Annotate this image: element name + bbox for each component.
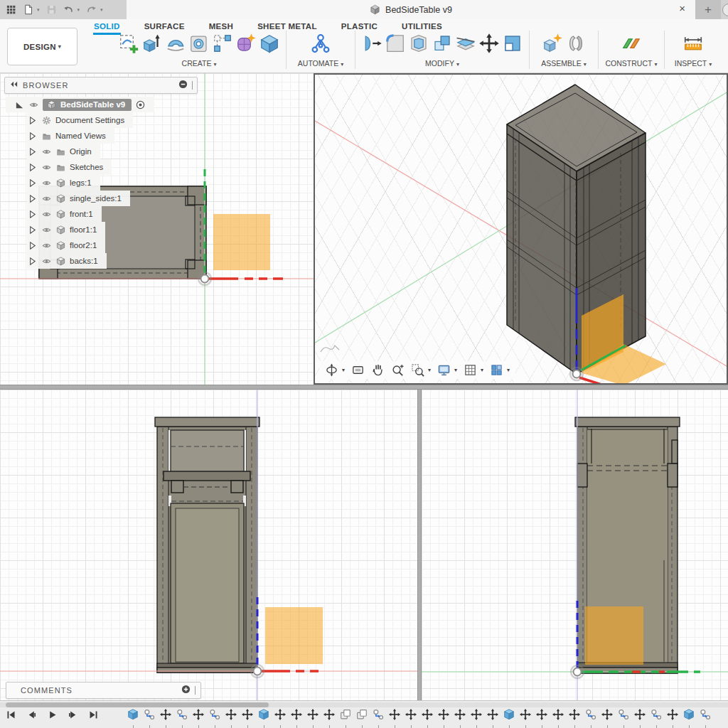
- ribbon-group-label-automate[interactable]: AUTOMATE: [298, 59, 343, 68]
- timeline-feature-move-8[interactable]: [241, 708, 254, 728]
- timeline-feature-move-17[interactable]: [388, 708, 401, 728]
- extrude-icon[interactable]: [141, 33, 163, 54]
- revolve-icon[interactable]: [165, 33, 186, 54]
- timeline-feature-move-26[interactable]: [535, 708, 548, 728]
- create-sketch-icon[interactable]: [118, 33, 139, 54]
- timeline-feature-move-27[interactable]: [552, 708, 564, 728]
- gear-icon[interactable]: [41, 116, 52, 125]
- component-icon[interactable]: [55, 225, 66, 235]
- fillet-icon[interactable]: [385, 33, 406, 54]
- playback-play-icon[interactable]: [47, 710, 58, 723]
- playback-skip-end-icon[interactable]: [88, 710, 99, 723]
- primitive-box-icon[interactable]: [259, 33, 280, 54]
- file-menu-caret-icon[interactable]: ▾: [37, 7, 40, 13]
- origin-marker[interactable]: [198, 272, 211, 285]
- collapse-panel-icon[interactable]: [9, 79, 18, 92]
- timeline-feature-component-24[interactable]: [503, 708, 515, 728]
- expand-arrow-icon[interactable]: [27, 241, 38, 250]
- browser-item-single-sides-1[interactable]: single_sides:1: [27, 191, 130, 206]
- panel-options-icon[interactable]: [178, 79, 188, 92]
- expand-arrow-icon[interactable]: [27, 178, 38, 188]
- component-icon[interactable]: [55, 210, 66, 219]
- visibility-eye-icon[interactable]: [28, 100, 39, 109]
- app-grid-icon[interactable]: [6, 4, 16, 15]
- origin-marker[interactable]: [251, 665, 264, 678]
- component-icon[interactable]: [46, 100, 57, 109]
- visibility-eye-icon[interactable]: [41, 163, 52, 172]
- viewport-side-view[interactable]: [422, 390, 728, 700]
- browser-item-floor1-1[interactable]: floor1:1: [27, 222, 105, 237]
- undo-icon[interactable]: [63, 4, 74, 15]
- timeline-feature-joint-16[interactable]: [372, 708, 385, 728]
- combine-icon[interactable]: [432, 33, 453, 54]
- visibility-eye-icon[interactable]: [41, 194, 52, 203]
- timeline-feature-move-20[interactable]: [437, 708, 450, 728]
- browser-item-document-settings[interactable]: Document Settings: [27, 112, 133, 128]
- browser-item-root[interactable]: BedSideTable v9: [6, 97, 154, 112]
- automate-icon[interactable]: [310, 33, 331, 54]
- expand-arrow-icon[interactable]: [27, 194, 38, 203]
- timeline-feature-joint-4[interactable]: [176, 708, 188, 728]
- origin-marker[interactable]: [570, 368, 583, 380]
- undo-caret-icon[interactable]: ▾: [77, 7, 80, 13]
- timeline-feature-joint-6[interactable]: [208, 708, 221, 728]
- add-comment-icon[interactable]: [181, 684, 191, 697]
- ribbon-group-label-inspect[interactable]: INSPECT: [675, 59, 712, 68]
- viewports-icon[interactable]: [490, 363, 503, 377]
- playback-step-back-icon[interactable]: [26, 710, 37, 723]
- look-at-icon[interactable]: [351, 363, 365, 377]
- redo-icon[interactable]: [86, 4, 97, 15]
- playback-step-forward-icon[interactable]: [68, 710, 78, 723]
- timeline-feature-joint-31[interactable]: [617, 708, 630, 728]
- ribbon-group-label-create[interactable]: CREATE: [182, 59, 217, 68]
- component-icon[interactable]: [55, 257, 66, 266]
- component-icon[interactable]: [55, 178, 66, 188]
- timeline-feature-move-34[interactable]: [666, 708, 679, 728]
- viewport-divider-horizontal[interactable]: [0, 385, 728, 390]
- timeline-feature-move-12[interactable]: [306, 708, 319, 728]
- shell-icon[interactable]: [408, 33, 429, 54]
- display-settings-caret-icon[interactable]: ▾: [454, 367, 457, 373]
- viewport-front-view[interactable]: COMMENTS: [0, 390, 417, 700]
- close-tab-icon[interactable]: ×: [679, 2, 685, 14]
- form-icon[interactable]: [235, 33, 257, 54]
- offset-face-icon[interactable]: [502, 33, 523, 54]
- joint-icon[interactable]: [565, 33, 587, 54]
- expand-arrow-icon[interactable]: [27, 132, 38, 141]
- timeline-feature-move-32[interactable]: [633, 708, 646, 728]
- viewport-top-view[interactable]: BROWSER BedSideTable v9Document Settings…: [0, 73, 314, 385]
- zoom-in-icon[interactable]: [391, 363, 405, 377]
- expand-arrow-icon[interactable]: [27, 116, 38, 125]
- visibility-eye-icon[interactable]: [41, 178, 52, 188]
- visibility-eye-icon[interactable]: [41, 225, 52, 235]
- timeline-feature-move-23[interactable]: [486, 708, 499, 728]
- browser-item-legs-1[interactable]: legs:1: [27, 175, 100, 191]
- split-body-icon[interactable]: [455, 33, 476, 54]
- browser-root-selected[interactable]: BedSideTable v9: [43, 99, 132, 111]
- zoom-window-caret-icon[interactable]: ▾: [428, 367, 431, 373]
- timeline-feature-component-35[interactable]: [682, 708, 695, 728]
- timeline-feature-move-25[interactable]: [519, 708, 532, 728]
- playback-skip-start-icon[interactable]: [6, 710, 16, 723]
- browser-header[interactable]: BROWSER: [4, 77, 198, 94]
- ribbon-group-label-modify[interactable]: MODIFY: [425, 59, 459, 68]
- timeline-feature-copy-14[interactable]: [339, 708, 352, 728]
- orbit-icon[interactable]: [325, 363, 338, 377]
- folder-icon[interactable]: [55, 147, 66, 156]
- construct-plane-icon[interactable]: [621, 33, 642, 54]
- browser-item-sketches[interactable]: Sketches: [27, 159, 112, 175]
- timeline-feature-copy-15[interactable]: [355, 708, 368, 728]
- save-icon[interactable]: [46, 4, 57, 15]
- browser-item-front-1[interactable]: front:1: [27, 206, 102, 222]
- expand-arrow-icon[interactable]: [27, 147, 38, 156]
- measure-icon[interactable]: [682, 33, 704, 54]
- workspace-selector-design[interactable]: DESIGN: [7, 28, 77, 65]
- component-icon[interactable]: [55, 241, 66, 250]
- timeline-feature-move-18[interactable]: [405, 708, 417, 728]
- visibility-eye-icon[interactable]: [41, 241, 52, 250]
- timeline-feature-move-28[interactable]: [568, 708, 581, 728]
- expand-arrow-icon[interactable]: [14, 100, 25, 109]
- timeline-feature-joint-29[interactable]: [584, 708, 597, 728]
- expand-arrow-icon[interactable]: [27, 163, 38, 172]
- origin-marker[interactable]: [571, 665, 584, 678]
